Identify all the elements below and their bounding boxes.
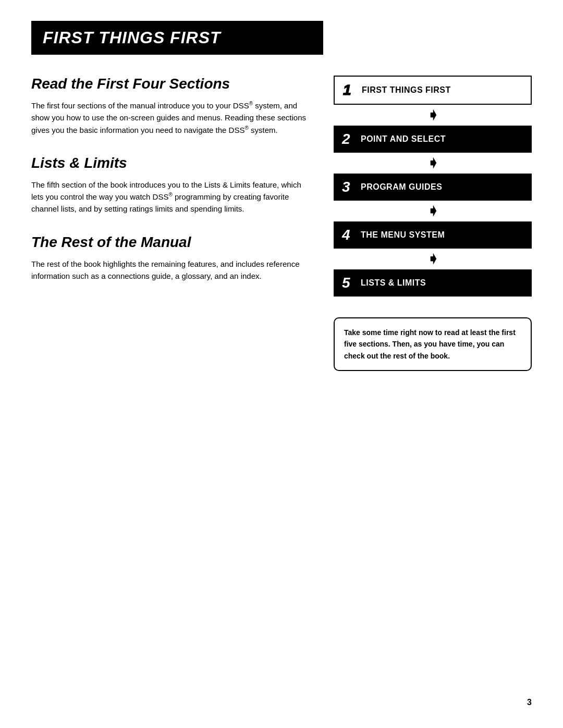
numbered-item-5: 5 LISTS & LIMITS (334, 269, 532, 297)
item-label-2: POINT AND SELECT (361, 134, 446, 144)
page-number: 3 (527, 698, 532, 707)
arrow-3: ➧ (334, 201, 532, 221)
section-body-read: The first four sections of the manual in… (31, 100, 313, 136)
section-body-lists: The fifth section of the book introduces… (31, 179, 313, 215)
item-number-5: 5 (342, 276, 353, 290)
section-body-rest: The rest of the book highlights the rema… (31, 258, 313, 282)
item-label-4: THE MENU SYSTEM (361, 230, 445, 240)
arrow-1: ➧ (334, 105, 532, 126)
item-number-4: 4 (342, 228, 353, 242)
arrow-down-icon-2: ➧ (427, 156, 439, 170)
item-label-5: LISTS & LIMITS (361, 278, 426, 288)
numbered-item-1: 1 FIRST THINGS FIRST (334, 76, 532, 105)
header-title: FIRST THINGS FIRST (43, 28, 221, 47)
section-heading-rest: The Rest of the Manual (31, 234, 313, 251)
arrow-down-icon-4: ➧ (427, 252, 439, 266)
arrow-4: ➧ (334, 249, 532, 269)
section-heading-read: Read the First Four Sections (31, 76, 313, 92)
right-column: 1 FIRST THINGS FIRST ➧ 2 POINT AND SELEC… (334, 76, 532, 371)
tip-text: Take some time right now to read at leas… (344, 327, 521, 362)
tip-box: Take some time right now to read at leas… (334, 317, 532, 371)
arrow-down-icon: ➧ (427, 108, 439, 122)
arrow-down-icon-3: ➧ (427, 204, 439, 218)
main-layout: Read the First Four Sections The first f… (31, 76, 532, 371)
left-column: Read the First Four Sections The first f… (31, 76, 313, 371)
numbered-item-3: 3 PROGRAM GUIDES (334, 174, 532, 201)
arrow-2: ➧ (334, 153, 532, 174)
item-number-1: 1 (343, 83, 354, 97)
numbered-items-list: 1 FIRST THINGS FIRST ➧ 2 POINT AND SELEC… (334, 76, 532, 297)
section-heading-lists: Lists & Limits (31, 155, 313, 171)
item-number-3: 3 (342, 180, 353, 194)
numbered-item-2: 2 POINT AND SELECT (334, 126, 532, 153)
numbered-item-4: 4 THE MENU SYSTEM (334, 221, 532, 249)
item-label-1: FIRST THINGS FIRST (362, 85, 451, 95)
item-number-2: 2 (342, 132, 353, 146)
header-banner: FIRST THINGS FIRST (31, 21, 323, 55)
item-label-3: PROGRAM GUIDES (361, 182, 442, 192)
